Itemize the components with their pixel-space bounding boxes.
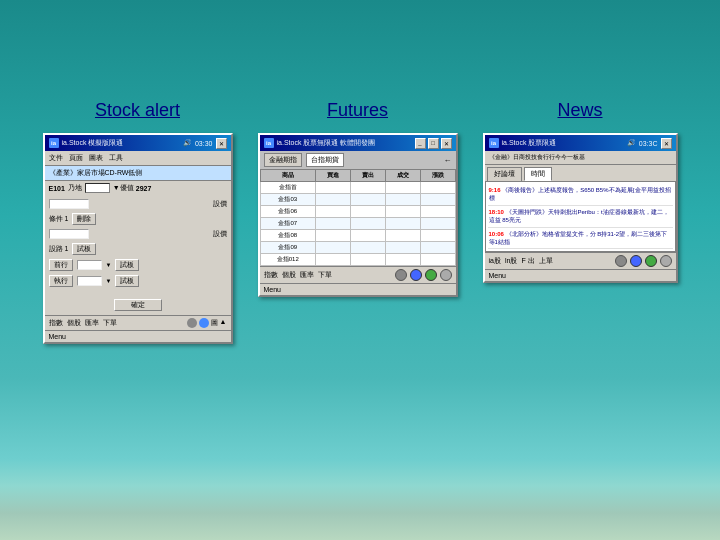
table-row[interactable]: 金指012 xyxy=(260,254,455,266)
news-section: News ia ia.Stock 股票限通 🔊 03:3C ✕ 《金融》日商投技… xyxy=(483,100,678,283)
futures-maximize-btn[interactable]: □ xyxy=(428,138,439,149)
futures-minimize-btn[interactable]: _ xyxy=(415,138,426,149)
stock-input-1[interactable] xyxy=(49,199,89,209)
stock-menu-bar: Menu xyxy=(45,330,231,342)
stock-form: 設價 條件 1 刪除 設價 設路 1 試板 前行 xyxy=(45,195,231,295)
stock-menubar: 文件 頁面 圖表 工具 xyxy=(45,151,231,166)
futures-status-4 xyxy=(440,269,452,281)
futures-close-btn[interactable]: ✕ xyxy=(441,138,452,149)
stock-dropdown[interactable] xyxy=(85,183,110,193)
news-top-text: 《金融》日商投技食行行今今一板基 xyxy=(489,154,585,160)
news-status-3 xyxy=(645,255,657,267)
news-time-3: 10:06 xyxy=(489,231,504,237)
futures-win-icon: ia xyxy=(264,138,274,148)
futures-window: ia ia.Stock 股票無限通 軟體開發團 _ □ ✕ 金融期指 台指期貨 … xyxy=(258,133,458,297)
table-row[interactable]: 金指03 xyxy=(260,194,455,206)
futures-col-sell: 賣出 xyxy=(350,170,385,182)
stock-info-bar: 《產業》家居市場CD-RW低側 xyxy=(45,166,231,181)
futures-tab-financial[interactable]: 金融期指 xyxy=(264,153,302,167)
futures-col-buy: 買進 xyxy=(315,170,350,182)
stock-info-text: 《產業》家居市場CD-RW低側 xyxy=(49,168,143,178)
news-tabs: 好論壇 時間 xyxy=(485,165,676,181)
stock-ok-button[interactable]: 確定 xyxy=(114,299,162,311)
news-titlebar: ia ia.Stock 股票限通 🔊 03:3C ✕ xyxy=(485,135,676,151)
futures-tab-index[interactable]: 台指期貨 xyxy=(306,153,344,167)
futures-section: Futures ia ia.Stock 股票無限通 軟體開發團 _ □ ✕ xyxy=(258,100,458,297)
stock-select-1[interactable] xyxy=(77,260,102,270)
news-tab-time[interactable]: 時間 xyxy=(524,167,552,181)
table-row[interactable]: 金指06 xyxy=(260,206,455,218)
news-win-title: ia.Stock 股票限通 xyxy=(502,138,557,148)
stock-btn-test2[interactable]: 試板 xyxy=(115,259,139,271)
news-vol-icon: 🔊 xyxy=(627,139,636,147)
news-window: ia ia.Stock 股票限通 🔊 03:3C ✕ 《金融》日商投技食行行今今… xyxy=(483,133,678,283)
futures-status-3 xyxy=(425,269,437,281)
stock-titlebar: ia ia.Stock 模擬版限通 🔊 03:30 ✕ xyxy=(45,135,231,151)
news-status-4 xyxy=(660,255,672,267)
content-area: Stock alert ia ia.Stock 模擬版限通 🔊 03:30 ✕ … xyxy=(0,100,720,344)
stock-code: E101 xyxy=(49,185,65,192)
futures-menu-bar: Menu xyxy=(260,283,456,295)
news-text-2: 《天圖持門跌》天特刺批出Peribu：t油症器線最新坑，建二，這益 85亮元 xyxy=(489,209,669,223)
futures-back-arrow[interactable]: ← xyxy=(444,156,452,165)
stock-input-2[interactable] xyxy=(49,229,89,239)
news-text-3: 《北部分析》地格省堂提文件，分 B持31-2望，刷二三後第下等1結指 xyxy=(489,231,668,245)
futures-titlebar: ia ia.Stock 股票無限通 軟體開發團 _ □ ✕ xyxy=(260,135,456,151)
news-close-btn[interactable]: ✕ xyxy=(661,138,672,149)
futures-col-trade: 成交 xyxy=(385,170,420,182)
stock-statusbar: 指數 個股 匯率 下單 圖 ▲ xyxy=(45,315,231,330)
stock-alert-label[interactable]: Stock alert xyxy=(95,100,180,121)
status-circle-1 xyxy=(187,318,197,328)
stock-select-2[interactable] xyxy=(77,276,102,286)
news-label[interactable]: News xyxy=(557,100,602,121)
news-win-icon: ia xyxy=(489,138,499,148)
news-status-2 xyxy=(630,255,642,267)
futures-statusbar: 指數 個股 匯率 下單 xyxy=(260,266,456,283)
news-status-1 xyxy=(615,255,627,267)
list-item[interactable]: 9:16 《商後報告》上述稿度報告，S650 B5%不為延展{金平用益投招標 xyxy=(488,184,673,206)
news-text-1: 《商後報告》上述稿度報告，S650 B5%不為延展{金平用益投招標 xyxy=(489,187,671,201)
futures-win-title: ia.Stock 股票無限通 軟體開發團 xyxy=(277,138,376,148)
vol-icon: 🔊 xyxy=(183,139,192,147)
list-item[interactable]: 10:06 《北部分析》地格省堂提文件，分 B持31-2望，刷二三後第下等1結指 xyxy=(488,228,673,250)
stock-win-icon: ia xyxy=(49,138,59,148)
futures-status-2 xyxy=(410,269,422,281)
futures-header: 金融期指 台指期貨 ← xyxy=(260,151,456,169)
news-tab-forum[interactable]: 好論壇 xyxy=(487,167,522,181)
stock-time: 03:30 xyxy=(195,140,213,147)
futures-menu-label: Menu xyxy=(264,286,282,293)
news-statusbar: ia股 ln股 F 出 上單 xyxy=(485,252,676,269)
news-top-bar: 《金融》日商投技食行行今今一板基 xyxy=(485,151,676,165)
futures-col-change: 漲跌 xyxy=(420,170,455,182)
news-time-2: 18:10 xyxy=(489,209,504,215)
stock-close-btn[interactable]: ✕ xyxy=(216,138,227,149)
stock-btn-delete1[interactable]: 刪除 xyxy=(72,213,96,225)
table-row[interactable]: 金指09 xyxy=(260,242,455,254)
table-row[interactable]: 金指08 xyxy=(260,230,455,242)
news-list: 9:16 《商後報告》上述稿度報告，S650 B5%不為延展{金平用益投招標 1… xyxy=(485,181,676,252)
table-row[interactable]: 金指首 xyxy=(260,182,455,194)
futures-col-product: 商品 xyxy=(260,170,315,182)
news-time-1: 9:16 xyxy=(489,187,501,193)
news-time: 03:3C xyxy=(639,140,658,147)
stock-win-title: ia.Stock 模擬版限通 xyxy=(62,138,124,148)
futures-table-area: 商品 買進 賣出 成交 漲跌 金指首 金指03 金指06 金指07 xyxy=(260,169,456,266)
news-menu-label: Menu xyxy=(489,272,507,279)
stock-alert-section: Stock alert ia ia.Stock 模擬版限通 🔊 03:30 ✕ … xyxy=(43,100,233,344)
table-row[interactable]: 金指07 xyxy=(260,218,455,230)
list-item[interactable]: 18:10 《天圖持門跌》天特刺批出Peribu：t油症器線最新坑，建二，這益 … xyxy=(488,206,673,228)
stock-btn-test3[interactable]: 試板 xyxy=(115,275,139,287)
stock-btn-exec2[interactable]: 執行 xyxy=(49,275,73,287)
futures-status-1 xyxy=(395,269,407,281)
stock-alert-window: ia ia.Stock 模擬版限通 🔊 03:30 ✕ 文件 頁面 圖表 工具 xyxy=(43,133,233,344)
futures-data-table: 商品 買進 賣出 成交 漲跌 金指首 金指03 金指06 金指07 xyxy=(260,169,456,266)
status-circle-2 xyxy=(199,318,209,328)
news-menu-bar: Menu xyxy=(485,269,676,281)
futures-label[interactable]: Futures xyxy=(327,100,388,121)
stock-btn-exec1[interactable]: 前行 xyxy=(49,259,73,271)
stock-btn-test1[interactable]: 試板 xyxy=(72,243,96,255)
